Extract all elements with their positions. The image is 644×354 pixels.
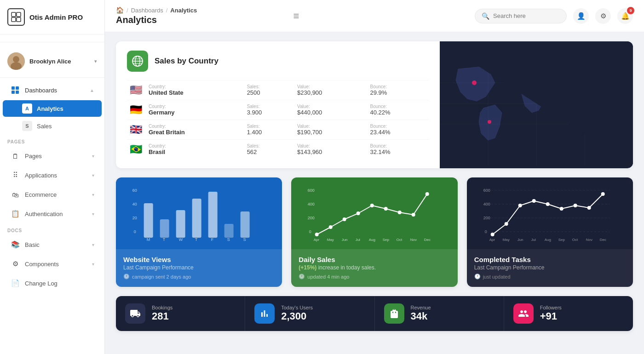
table-row: 🇬🇧 Country: Great Britain Sales: 1.400 V… bbox=[127, 120, 429, 140]
svg-text:Sep: Sep bbox=[558, 238, 565, 242]
svg-text:T: T bbox=[195, 237, 198, 242]
svg-rect-3 bbox=[17, 17, 21, 22]
sidebar-item-analytics[interactable]: A Analytics bbox=[3, 100, 102, 117]
clock-icon-tasks: 🕐 bbox=[474, 274, 481, 280]
main-area: 🏠 / Dashboards / Analytics Analytics ≡ 🔍… bbox=[105, 0, 644, 354]
svg-point-76 bbox=[490, 233, 494, 236]
components-label: Components bbox=[25, 261, 87, 268]
changelog-label: Change Log bbox=[25, 280, 94, 287]
svg-rect-2 bbox=[12, 17, 16, 22]
sales-table-section: Sales by Country 🇺🇸 Country: United Stat… bbox=[116, 41, 440, 168]
completed-tasks-card: 600 400 200 0 bbox=[467, 177, 633, 287]
svg-text:60: 60 bbox=[132, 188, 137, 193]
website-views-chart: 60 40 20 0 M T bbox=[116, 177, 282, 249]
sidebar-item-basic[interactable]: 📚 Basic ▾ bbox=[3, 235, 102, 254]
svg-text:Jul: Jul bbox=[531, 238, 535, 242]
bounce-label-text: Bounce: bbox=[370, 124, 425, 129]
sidebar-item-changelog[interactable]: 📄 Change Log bbox=[3, 274, 102, 292]
settings-icon: ⚙ bbox=[600, 12, 606, 20]
svg-text:400: 400 bbox=[483, 202, 490, 206]
revenue-label: Revenue bbox=[411, 305, 431, 310]
svg-text:F: F bbox=[211, 237, 214, 242]
basic-chevron-icon: ▾ bbox=[92, 242, 94, 247]
sidebar-item-components[interactable]: ⚙ Components ▾ bbox=[3, 255, 102, 273]
user-profile[interactable]: Brooklyn Alice ▾ bbox=[0, 45, 104, 74]
svg-text:Oct: Oct bbox=[397, 238, 402, 242]
svg-text:Dec: Dec bbox=[424, 238, 431, 242]
search-input[interactable] bbox=[493, 12, 558, 19]
svg-text:Sep: Sep bbox=[383, 238, 390, 242]
bounce-rate: 29.9% bbox=[370, 89, 425, 96]
value-amount: $190,700 bbox=[297, 129, 362, 136]
svg-text:Dec: Dec bbox=[599, 238, 606, 242]
daily-sales-sub-text: increase in today sales. bbox=[318, 264, 376, 271]
today-users-value: 2,300 bbox=[281, 310, 313, 322]
svg-text:Jul: Jul bbox=[356, 238, 360, 242]
completed-tasks-subtitle: Last Campaign Performance bbox=[474, 264, 626, 271]
svg-point-79 bbox=[532, 199, 535, 203]
applications-icon: ⠿ bbox=[10, 170, 20, 180]
stat-bookings: Bookings 281 bbox=[116, 296, 245, 331]
world-map-section bbox=[440, 41, 633, 168]
table-row: 🇺🇸 Country: United State Sales: 2500 Val… bbox=[127, 80, 429, 100]
svg-point-80 bbox=[546, 202, 549, 206]
user-icon-button[interactable]: 👤 bbox=[573, 8, 589, 24]
ecommerce-chevron-icon: ▾ bbox=[92, 192, 94, 197]
completed-tasks-meta: 🕐 just updated bbox=[474, 274, 626, 280]
applications-label: Applications bbox=[25, 172, 87, 179]
svg-point-51 bbox=[329, 225, 333, 229]
applications-chevron-icon: ▾ bbox=[92, 173, 94, 178]
country-label-text: Country: bbox=[149, 124, 240, 129]
bookings-label: Bookings bbox=[152, 305, 172, 310]
svg-text:Nov: Nov bbox=[586, 238, 592, 242]
svg-point-54 bbox=[370, 204, 374, 207]
sidebar-item-authentication[interactable]: 📋 Authentication ▾ bbox=[3, 205, 102, 223]
home-icon[interactable]: 🏠 bbox=[116, 6, 124, 14]
sales-value: 562 bbox=[247, 148, 290, 155]
svg-point-23 bbox=[472, 80, 477, 85]
pages-label: Pages bbox=[25, 153, 87, 160]
sidebar-item-applications[interactable]: ⠿ Applications ▾ bbox=[3, 166, 102, 184]
value-label-text: Value: bbox=[297, 104, 362, 109]
country-flag: 🇺🇸 bbox=[127, 80, 145, 100]
bounce-rate: 32.14% bbox=[370, 148, 425, 155]
svg-point-5 bbox=[13, 56, 19, 63]
pages-section-label: PAGES bbox=[0, 135, 104, 146]
breadcrumb-dashboards[interactable]: Dashboards bbox=[131, 7, 163, 14]
svg-text:May: May bbox=[502, 238, 509, 242]
sidebar-item-dashboards[interactable]: Dashboards ▲ bbox=[3, 81, 102, 99]
menu-icon[interactable]: ≡ bbox=[293, 10, 299, 22]
sales-label-text: Sales: bbox=[247, 124, 290, 129]
user-name: Brooklyn Alice bbox=[29, 58, 90, 65]
country-name: Brasil bbox=[149, 148, 240, 155]
svg-point-56 bbox=[398, 211, 402, 214]
svg-point-26 bbox=[592, 68, 596, 72]
svg-text:Nov: Nov bbox=[410, 238, 417, 242]
sidebar-item-pages[interactable]: 🗒 Pages ▾ bbox=[3, 147, 102, 165]
svg-point-50 bbox=[315, 233, 319, 236]
breadcrumb-sep1: / bbox=[126, 7, 128, 14]
profile-icon: 👤 bbox=[577, 12, 586, 20]
country-name: Germany bbox=[149, 109, 240, 116]
sales-value: 3.900 bbox=[247, 109, 290, 116]
basic-label: Basic bbox=[25, 241, 87, 248]
notifications-button[interactable]: 🔔 9 bbox=[617, 8, 633, 24]
search-box[interactable]: 🔍 bbox=[475, 9, 567, 23]
analytics-badge: A bbox=[22, 103, 32, 114]
page-title: Analytics bbox=[116, 15, 277, 25]
sidebar-item-sales[interactable]: S Sales bbox=[3, 118, 102, 134]
followers-info: Followers +91 bbox=[540, 305, 562, 322]
website-views-subtitle: Last Campaign Performance bbox=[123, 264, 275, 271]
svg-rect-7 bbox=[12, 86, 15, 90]
country-label-text: Country: bbox=[149, 104, 240, 109]
svg-point-81 bbox=[559, 207, 563, 211]
svg-text:Aug: Aug bbox=[544, 238, 551, 242]
sidebar-item-ecommerce[interactable]: 🛍 Ecommerce ▾ bbox=[3, 185, 102, 204]
bookings-info: Bookings 281 bbox=[152, 305, 172, 322]
sales-label-text: Sales: bbox=[247, 84, 290, 89]
content-area: Sales by Country 🇺🇸 Country: United Stat… bbox=[105, 32, 644, 354]
settings-button[interactable]: ⚙ bbox=[595, 8, 611, 24]
bookings-value: 281 bbox=[152, 310, 172, 322]
sales-value: 2500 bbox=[247, 89, 290, 96]
svg-rect-35 bbox=[192, 199, 201, 238]
